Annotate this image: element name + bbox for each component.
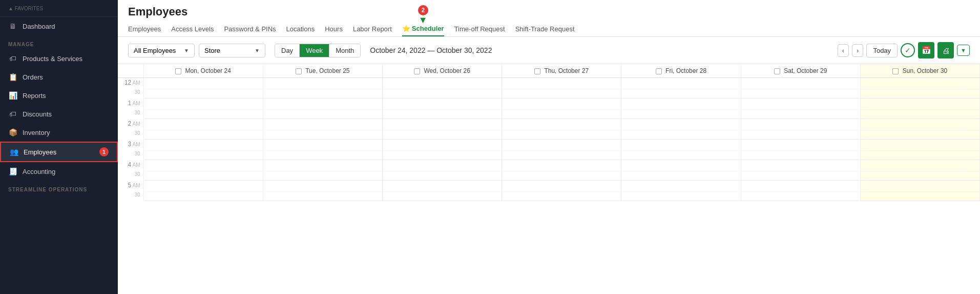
cal-cell-4-col2[interactable] xyxy=(382,160,502,171)
cal-cell-3-30-col0[interactable] xyxy=(143,151,263,160)
cal-cell-3-col1[interactable] xyxy=(263,140,382,151)
sun-checkbox[interactable] xyxy=(892,68,899,74)
cal-cell-3-30-col2[interactable] xyxy=(382,151,502,160)
thu-checkbox[interactable] xyxy=(534,68,540,74)
cal-cell-5-30-col1[interactable] xyxy=(263,192,382,201)
sidebar-item-employees[interactable]: 👥 Employees 1 xyxy=(0,142,118,162)
cal-cell-5-col1[interactable] xyxy=(263,181,382,192)
calendar-container[interactable]: Mon, October 24 Tue, October 25 Wed, Oct… xyxy=(118,64,980,294)
cal-cell-2-col3[interactable] xyxy=(502,119,621,130)
cal-cell-3-30-col6[interactable] xyxy=(860,151,979,160)
cal-cell-1-col2[interactable] xyxy=(382,99,502,110)
cal-cell-5-30-col6[interactable] xyxy=(860,192,979,201)
cal-cell-5-col4[interactable] xyxy=(621,181,741,192)
store-select[interactable]: Store ▼ xyxy=(199,44,265,57)
cal-cell-2-30-col6[interactable] xyxy=(860,130,979,140)
cal-cell-12-30-col2[interactable] xyxy=(382,89,502,99)
tab-password-pins[interactable]: Password & PINs xyxy=(224,22,276,36)
cal-cell-4-30-col0[interactable] xyxy=(143,171,263,181)
cal-cell-2-col4[interactable] xyxy=(621,119,741,130)
cal-cell-2-col6[interactable] xyxy=(860,119,979,130)
cal-cell-5-30-col5[interactable] xyxy=(741,192,860,201)
cal-cell-4-30-col2[interactable] xyxy=(382,171,502,181)
cal-cell-1-col3[interactable] xyxy=(502,99,621,110)
cal-cell-4-col3[interactable] xyxy=(502,160,621,171)
calendar-icon-button[interactable]: 📅 xyxy=(918,42,934,58)
cal-cell-12-col0[interactable] xyxy=(143,78,263,89)
cal-cell-1-col5[interactable] xyxy=(741,99,860,110)
prev-week-button[interactable]: ‹ xyxy=(838,44,849,57)
sidebar-item-accounting[interactable]: 🧾 Accounting xyxy=(0,162,118,181)
next-week-button[interactable]: › xyxy=(852,44,863,57)
cal-cell-2-30-col5[interactable] xyxy=(741,130,860,140)
cal-cell-3-30-col1[interactable] xyxy=(263,151,382,160)
view-month-button[interactable]: Month xyxy=(329,44,360,57)
cal-cell-2-col2[interactable] xyxy=(382,119,502,130)
cal-cell-1-30-col0[interactable] xyxy=(143,110,263,119)
all-employees-select[interactable]: All Employees ▼ xyxy=(128,44,195,57)
tab-employees[interactable]: Employees xyxy=(128,22,161,36)
check-circle-button[interactable]: ✓ xyxy=(901,43,915,57)
print-icon-button[interactable]: 🖨 xyxy=(937,42,954,58)
sat-checkbox[interactable] xyxy=(774,68,780,74)
cal-cell-1-30-col2[interactable] xyxy=(382,110,502,119)
cal-cell-1-30-col3[interactable] xyxy=(502,110,621,119)
cal-cell-5-30-col2[interactable] xyxy=(382,192,502,201)
cal-cell-4-30-col6[interactable] xyxy=(860,171,979,181)
cal-cell-4-30-col1[interactable] xyxy=(263,171,382,181)
cal-cell-3-30-col3[interactable] xyxy=(502,151,621,160)
cal-cell-3-30-col5[interactable] xyxy=(741,151,860,160)
cal-cell-4-col5[interactable] xyxy=(741,160,860,171)
tab-hours[interactable]: Hours xyxy=(325,22,343,36)
mon-checkbox[interactable] xyxy=(175,68,181,74)
tab-locations[interactable]: Locations xyxy=(286,22,315,36)
cal-cell-12-col2[interactable] xyxy=(382,78,502,89)
cal-cell-5-30-col4[interactable] xyxy=(621,192,741,201)
cal-cell-5-col2[interactable] xyxy=(382,181,502,192)
sidebar-item-orders[interactable]: 📋 Orders xyxy=(0,68,118,86)
cal-cell-1-30-col6[interactable] xyxy=(860,110,979,119)
cal-cell-3-col6[interactable] xyxy=(860,140,979,151)
cal-cell-4-col4[interactable] xyxy=(621,160,741,171)
sidebar-item-discounts[interactable]: 🏷 Discounts xyxy=(0,105,118,123)
tab-shifttrade[interactable]: Shift-Trade Request xyxy=(515,22,575,36)
cal-cell-3-col5[interactable] xyxy=(741,140,860,151)
cal-cell-5-col6[interactable] xyxy=(860,181,979,192)
cal-cell-12-col3[interactable] xyxy=(502,78,621,89)
view-day-button[interactable]: Day xyxy=(275,44,300,57)
fri-checkbox[interactable] xyxy=(656,68,662,74)
tab-labor-report[interactable]: Labor Report xyxy=(353,22,392,36)
cal-cell-1-col4[interactable] xyxy=(621,99,741,110)
cal-cell-3-col4[interactable] xyxy=(621,140,741,151)
cal-cell-2-col0[interactable] xyxy=(143,119,263,130)
cal-cell-3-col0[interactable] xyxy=(143,140,263,151)
cal-cell-5-col0[interactable] xyxy=(143,181,263,192)
cal-cell-12-col6[interactable] xyxy=(860,78,979,89)
sidebar-item-products-services[interactable]: 🏷 Products & Services xyxy=(0,49,118,68)
cal-cell-12-col1[interactable] xyxy=(263,78,382,89)
cal-cell-2-30-col4[interactable] xyxy=(621,130,741,140)
cal-cell-2-30-col0[interactable] xyxy=(143,130,263,140)
cal-cell-5-col3[interactable] xyxy=(502,181,621,192)
cal-cell-2-30-col1[interactable] xyxy=(263,130,382,140)
cal-cell-12-30-col6[interactable] xyxy=(860,89,979,99)
cal-cell-12-col4[interactable] xyxy=(621,78,741,89)
today-button[interactable]: Today xyxy=(866,44,898,57)
cal-cell-4-30-col3[interactable] xyxy=(502,171,621,181)
cal-cell-4-30-col4[interactable] xyxy=(621,171,741,181)
cal-cell-1-30-col5[interactable] xyxy=(741,110,860,119)
cal-cell-12-30-col0[interactable] xyxy=(143,89,263,99)
cal-cell-12-col5[interactable] xyxy=(741,78,860,89)
cal-cell-4-30-col5[interactable] xyxy=(741,171,860,181)
sidebar-item-inventory[interactable]: 📦 Inventory xyxy=(0,123,118,142)
cal-cell-1-col1[interactable] xyxy=(263,99,382,110)
cal-cell-5-30-col3[interactable] xyxy=(502,192,621,201)
cal-cell-1-30-col1[interactable] xyxy=(263,110,382,119)
cal-cell-4-col6[interactable] xyxy=(860,160,979,171)
view-week-button[interactable]: Week xyxy=(300,44,329,57)
cal-cell-12-30-col5[interactable] xyxy=(741,89,860,99)
cal-cell-2-col5[interactable] xyxy=(741,119,860,130)
tue-checkbox[interactable] xyxy=(296,68,302,74)
cal-cell-12-30-col3[interactable] xyxy=(502,89,621,99)
more-options-caret[interactable]: ▼ xyxy=(957,45,970,56)
